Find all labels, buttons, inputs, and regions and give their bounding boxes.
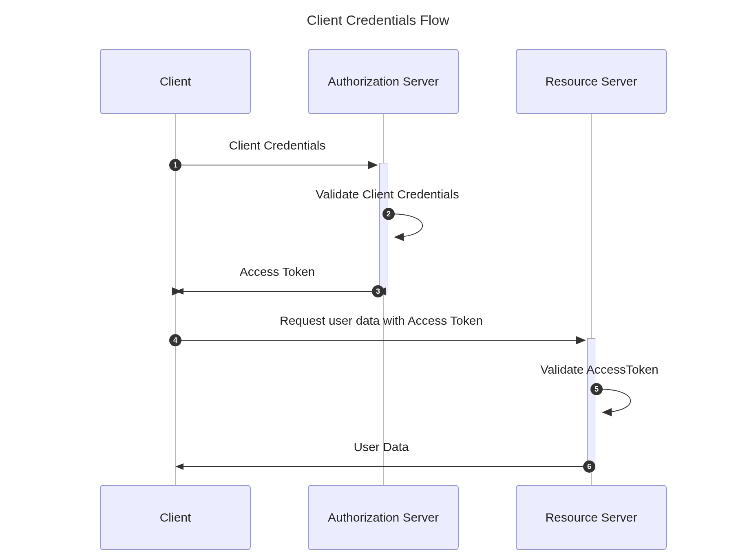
actor-label: Authorization Server bbox=[328, 511, 439, 524]
activation-auth bbox=[379, 163, 387, 293]
svg-marker-3 bbox=[175, 288, 183, 295]
sequence-diagram: Client Credentials Flow Client Authoriza… bbox=[0, 0, 756, 555]
step-badge-2: 2 bbox=[382, 208, 395, 220]
actor-label: Client bbox=[160, 511, 191, 524]
message-label-2: Validate Client Credentials bbox=[290, 187, 485, 201]
actor-client-bottom: Client bbox=[100, 485, 251, 550]
actor-label: Client bbox=[160, 75, 191, 88]
actor-auth-top: Authorization Server bbox=[308, 49, 459, 114]
actor-label: Resource Server bbox=[545, 511, 637, 524]
svg-marker-6 bbox=[175, 463, 183, 470]
message-label-3: Access Token bbox=[175, 265, 379, 279]
actor-resource-bottom: Resource Server bbox=[516, 485, 667, 550]
actor-label: Authorization Server bbox=[328, 75, 439, 88]
diagram-title: Client Credentials Flow bbox=[0, 12, 756, 28]
actor-resource-top: Resource Server bbox=[516, 49, 667, 114]
step-badge-4: 4 bbox=[169, 334, 181, 346]
actor-client-top: Client bbox=[100, 49, 251, 114]
step-badge-5: 5 bbox=[590, 383, 603, 395]
actor-label: Resource Server bbox=[545, 75, 637, 88]
step-badge-1: 1 bbox=[169, 159, 181, 171]
message-label-4: Request user data with Access Token bbox=[175, 314, 587, 328]
message-label-6: User Data bbox=[175, 440, 587, 454]
message-label-1: Client Credentials bbox=[175, 139, 379, 152]
actor-auth-bottom: Authorization Server bbox=[308, 485, 459, 550]
activation-resource bbox=[587, 338, 595, 469]
step-badge-3: 3 bbox=[372, 285, 384, 297]
message-label-5: Validate AccessToken bbox=[518, 363, 681, 377]
step-badge-6: 6 bbox=[583, 460, 595, 473]
